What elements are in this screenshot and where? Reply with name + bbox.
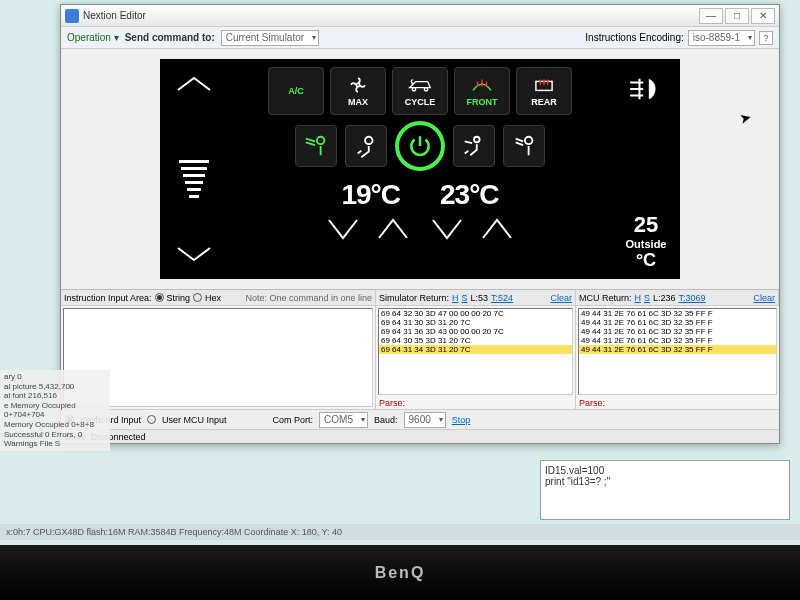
defrost-front-icon [469,75,495,95]
outside-label: Outside [626,238,667,250]
canvas-area: A/C MAX CYCLE [61,49,779,289]
note-label: Note: One command in one line [245,293,372,303]
list-item[interactable]: 49 44 31 2E 76 61 6C 3D 32 35 FF F [579,327,776,336]
max-label: MAX [348,97,368,107]
input-area-label: Instruction Input Area: [64,293,152,303]
encoding-label: Instructions Encoding: [585,32,683,43]
mcu-return-label: MCU Return: [579,293,632,303]
maximize-button[interactable]: □ [725,8,749,24]
sim-total[interactable]: T:524 [491,293,513,303]
temp-left: 19°C [341,179,400,211]
minimize-button[interactable]: — [699,8,723,24]
fan-up-button[interactable] [172,67,216,99]
max-button[interactable]: MAX [330,67,386,115]
comport-combo[interactable]: COM5 [319,412,368,428]
sim-h-link[interactable]: H [452,293,459,303]
cycle-label: CYCLE [405,97,436,107]
string-radio[interactable] [155,293,164,302]
airflow-defrostfeet-button[interactable] [503,125,545,167]
mcu-total[interactable]: T:3069 [679,293,706,303]
temp-adjust-row [321,213,519,245]
string-label: String [167,293,191,303]
list-item[interactable]: 49 44 31 2E 76 61 6C 3D 32 35 FF F [579,309,776,318]
encoding-combo[interactable]: iso-8859-1 [688,30,755,46]
cycle-button[interactable]: CYCLE [392,67,448,115]
airflow-facefeet-button[interactable] [453,125,495,167]
script-window[interactable]: ID15.val=100 print "id13=? ;" [540,460,790,520]
list-item[interactable]: 49 44 31 2E 76 61 6C 3D 32 35 FF F [579,336,776,345]
fan-down-button[interactable] [172,239,216,271]
list-item[interactable]: 69 64 31 34 3D 31 20 7C [379,345,572,354]
sim-clear[interactable]: Clear [550,293,572,303]
ac-button[interactable]: A/C [268,67,324,115]
fan-icon [345,75,371,95]
ac-label: A/C [288,86,304,96]
car-icon [407,75,433,95]
temp-left-down[interactable] [321,213,365,245]
outside-temp: 25 Outside °C [626,212,667,271]
close-button[interactable]: ✕ [751,8,775,24]
comport-label: Com Port: [273,415,314,425]
operation-menu[interactable]: Operation ▾ [67,32,119,43]
info-line: al picture 5,432,700 [4,382,106,392]
mode-row: A/C MAX CYCLE [268,67,572,115]
list-item[interactable]: 69 64 31 30 3D 31 20 7C [379,318,572,327]
hex-radio[interactable] [193,293,202,302]
airflow-feet-button[interactable] [345,125,387,167]
send-label: Send command to: [125,32,215,43]
hmi-right-column: 25 Outside °C [622,67,670,271]
temp-left-up[interactable] [371,213,415,245]
toolbar-help-button[interactable]: ? [759,31,773,45]
sim-s-link[interactable]: S [462,293,468,303]
script-line: print "id13=? ;" [545,476,785,487]
list-item[interactable]: 69 64 32 30 3D 47 00 00 00 20 7C [379,309,572,318]
baud-label: Baud: [374,415,398,425]
front-defrost-button[interactable]: FRONT [454,67,510,115]
info-line: ary 0 [4,372,106,382]
monitor-bezel: BenQ [0,545,800,600]
info-line: al font 216,516 [4,391,106,401]
rear-defrost-button[interactable]: REAR [516,67,572,115]
editor-window: Nextion Editor — □ ✕ Operation ▾ Send co… [60,4,780,444]
outside-unit: °C [626,250,667,271]
info-line: e Memory Occupied 0+704+704 [4,401,106,420]
airflow-face-button[interactable] [295,125,337,167]
usermcu-radio[interactable] [147,415,156,424]
front-label: FRONT [467,97,498,107]
temps-row: 19°C 23°C [341,179,498,211]
connection-status: State: Disconnected [61,429,779,443]
compile-info-panel: ary 0 al picture 5,432,700 al font 216,5… [0,370,110,451]
send-target-combo[interactable]: Current Simulator [221,30,319,46]
svg-point-4 [317,137,324,144]
hex-label: Hex [205,293,221,303]
stop-link[interactable]: Stop [452,415,471,425]
list-item[interactable]: 49 44 31 2E 76 61 6C 3D 32 35 FF F [579,318,776,327]
fog-light-icon[interactable] [626,75,666,110]
usermcu-label: User MCU Input [162,415,227,425]
baud-combo[interactable]: 9600 [404,412,446,428]
list-item[interactable]: 49 44 31 2E 76 61 6C 3D 32 35 FF F [579,345,776,354]
power-button[interactable] [395,121,445,171]
hmi-left-column [170,67,218,271]
temp-right-up[interactable] [475,213,519,245]
sim-return-label: Simulator Return: [379,293,449,303]
rear-label: REAR [531,97,557,107]
svg-point-0 [356,83,359,86]
outside-value: 25 [626,212,667,238]
toolbar: Operation ▾ Send command to: Current Sim… [61,27,779,49]
mcu-h-link[interactable]: H [635,293,642,303]
mcu-return-list[interactable]: 49 44 31 2E 76 61 6C 3D 32 35 FF F 49 44… [578,308,777,395]
sim-return-list[interactable]: 69 64 32 30 3D 47 00 00 00 20 7C 69 64 3… [378,308,573,395]
mcu-clear[interactable]: Clear [753,293,775,303]
temp-right-down[interactable] [425,213,469,245]
monitor-logo: BenQ [375,564,426,582]
temp-right: 23°C [440,179,499,211]
mcu-s-link[interactable]: S [644,293,650,303]
svg-point-5 [365,137,372,144]
list-item[interactable]: 69 64 30 35 3D 31 20 7C [379,336,572,345]
bottom-panels: Instruction Input Area: String Hex Note:… [61,289,779,443]
list-item[interactable]: 69 64 31 36 3D 43 00 00 00 20 7C [379,327,572,336]
svg-point-1 [412,88,415,91]
sim-line: L:53 [471,293,489,303]
svg-point-6 [474,137,480,143]
